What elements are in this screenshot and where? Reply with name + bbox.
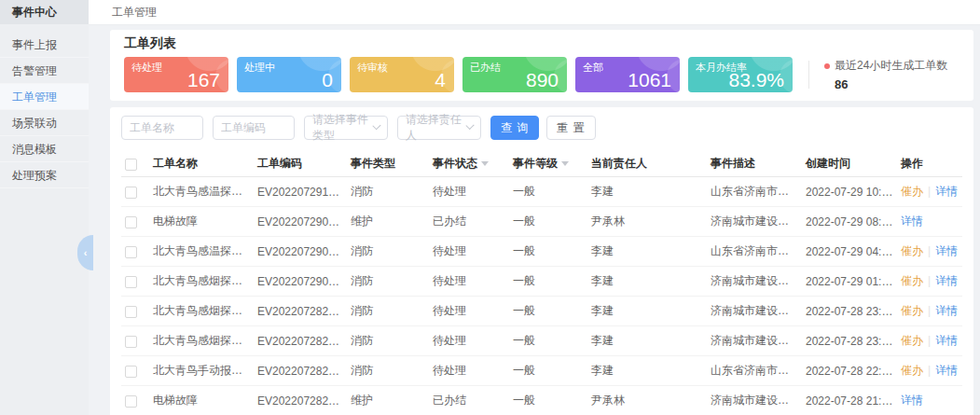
column-header: 创建时间 bbox=[802, 151, 897, 177]
detail-link[interactable]: 详情 bbox=[935, 244, 958, 257]
stat-card-to-review: 待审核4 bbox=[350, 57, 454, 92]
cell-status: 待处理 bbox=[429, 237, 509, 267]
cell-level: 一般 bbox=[509, 356, 587, 386]
cell-status: 待处理 bbox=[429, 297, 509, 326]
cell-type: 消防 bbox=[347, 326, 429, 356]
urge-link[interactable]: 催办 bbox=[901, 244, 923, 257]
table-row: 北大青鸟感温探测器故障EV20220729104130123消防待处理一般李建山… bbox=[121, 177, 962, 207]
header-checkbox-cell bbox=[121, 151, 149, 177]
cell-owner: 尹承林 bbox=[587, 207, 707, 237]
search-button[interactable]: 查 询 bbox=[490, 116, 539, 140]
detail-link[interactable]: 详情 bbox=[901, 214, 923, 228]
cell-type: 消防 bbox=[347, 177, 429, 207]
cell-type: 维护 bbox=[347, 386, 429, 415]
urge-link[interactable]: 催办 bbox=[901, 334, 923, 347]
cell-name: 北大青鸟感烟探测器故障 bbox=[149, 297, 254, 326]
sidebar-item-message-template[interactable]: 消息模板 bbox=[0, 136, 89, 162]
cell-created: 2022-07-28 23:09:08 bbox=[802, 326, 897, 356]
cell-actions: 详情 bbox=[897, 386, 962, 415]
cell-owner: 李建 bbox=[587, 177, 707, 207]
cell-name: 电梯故障 bbox=[149, 207, 254, 237]
cell-created: 2022-07-29 10:41:45 bbox=[802, 177, 897, 207]
cell-name: 北大青鸟感温探测器故障 bbox=[149, 177, 254, 207]
column-header: 事件等级 bbox=[509, 151, 587, 177]
cell-level: 一般 bbox=[509, 297, 587, 326]
sidebar-item-alarm-management[interactable]: 告警管理 bbox=[0, 58, 89, 84]
filter-icon[interactable] bbox=[561, 161, 569, 166]
column-header-label: 工单名称 bbox=[153, 157, 198, 170]
row-checkbox[interactable] bbox=[125, 246, 137, 258]
filter-bar: 请选择事件类型 请选择责任人 查 询 重 置 bbox=[121, 116, 962, 140]
cell-actions: 详情 bbox=[897, 207, 962, 237]
sidebar-item-scene-linkage[interactable]: 场景联动 bbox=[0, 110, 89, 136]
cell-code: EV20220729044522068 bbox=[254, 237, 347, 267]
order-name-input[interactable] bbox=[121, 116, 203, 140]
detail-link[interactable]: 详情 bbox=[935, 304, 958, 317]
action-separator: | bbox=[928, 244, 931, 257]
detail-link[interactable]: 详情 bbox=[935, 364, 958, 377]
owner-select[interactable]: 请选择责任人 bbox=[397, 116, 481, 140]
row-checkbox[interactable] bbox=[125, 395, 137, 408]
table-row: 电梯故障EV20220728210903424维护已办结一般尹承林济南城市建设大… bbox=[121, 386, 962, 415]
sidebar-item-event-report[interactable]: 事件上报 bbox=[0, 32, 89, 58]
row-checkbox-cell bbox=[121, 297, 149, 326]
cell-level: 一般 bbox=[509, 386, 587, 415]
cell-desc: 山东省济南市历下区济南... bbox=[707, 356, 802, 386]
urge-link[interactable]: 催办 bbox=[901, 364, 923, 377]
row-checkbox-cell bbox=[121, 267, 149, 297]
column-header-label: 事件状态 bbox=[433, 157, 477, 170]
stats-divider bbox=[808, 61, 809, 89]
order-code-input[interactable] bbox=[213, 116, 295, 140]
reset-button[interactable]: 重 置 bbox=[546, 116, 595, 140]
owner-select-placeholder: 请选择责任人 bbox=[406, 112, 467, 144]
cell-level: 一般 bbox=[509, 326, 587, 356]
event-type-select[interactable]: 请选择事件类型 bbox=[304, 116, 388, 140]
detail-link[interactable]: 详情 bbox=[935, 334, 958, 347]
column-header: 当前责任人 bbox=[587, 151, 707, 177]
filter-icon[interactable] bbox=[481, 161, 489, 166]
cell-desc: 山东省济南市历下区济南... bbox=[707, 177, 802, 207]
column-header-label: 工单编码 bbox=[257, 157, 302, 170]
table-row: 北大青鸟感烟探测器故障EV20220728235233362消防待处理一般李建济… bbox=[121, 297, 962, 326]
row-checkbox[interactable] bbox=[125, 306, 137, 318]
column-header-label: 事件类型 bbox=[351, 157, 395, 170]
content-area: 工单列表 待处理167处理中0待审核4已办结890全部1061本月办结率83.9… bbox=[89, 25, 980, 415]
row-checkbox[interactable] bbox=[125, 336, 137, 348]
row-checkbox[interactable] bbox=[125, 216, 137, 228]
cell-status: 待处理 bbox=[429, 177, 509, 207]
row-checkbox[interactable] bbox=[125, 276, 137, 288]
cell-level: 一般 bbox=[509, 237, 587, 267]
row-checkbox[interactable] bbox=[125, 366, 137, 378]
detail-link[interactable]: 详情 bbox=[901, 394, 923, 407]
cell-owner: 李建 bbox=[587, 297, 707, 326]
cell-desc: 济南城市建设大厦B3车... bbox=[707, 267, 802, 297]
detail-link[interactable]: 详情 bbox=[935, 185, 958, 198]
table-row: 北大青鸟感烟探测器故障EV20220728230853750消防待处理一般李建济… bbox=[121, 326, 962, 356]
row-checkbox-cell bbox=[121, 237, 149, 267]
select-all-checkbox[interactable] bbox=[125, 159, 137, 171]
row-checkbox[interactable] bbox=[125, 187, 137, 199]
detail-link[interactable]: 详情 bbox=[935, 274, 958, 287]
sidebar-collapse-handle[interactable]: ‹ bbox=[77, 235, 93, 270]
sidebar-item-handling-plan[interactable]: 处理预案 bbox=[0, 162, 89, 188]
cell-created: 2022-07-28 21:09:18 bbox=[802, 386, 897, 415]
cell-desc: 济南城市建设大厦B3车... bbox=[707, 326, 802, 356]
cell-owner: 李建 bbox=[587, 356, 707, 386]
cell-level: 一般 bbox=[509, 177, 587, 207]
urge-link[interactable]: 催办 bbox=[901, 185, 923, 198]
sidebar-item-work-order[interactable]: 工单管理 bbox=[0, 84, 89, 110]
cell-code: EV20220729011706036 bbox=[254, 267, 347, 297]
cell-status: 待处理 bbox=[429, 267, 509, 297]
column-header: 工单编码 bbox=[254, 151, 347, 177]
cell-status: 已办结 bbox=[429, 386, 509, 415]
row-checkbox-cell bbox=[121, 207, 149, 237]
recent-24h-value: 86 bbox=[824, 77, 947, 91]
column-header-label: 创建时间 bbox=[806, 157, 850, 170]
urge-link[interactable]: 催办 bbox=[901, 304, 923, 317]
cell-created: 2022-07-29 04:45:36 bbox=[802, 237, 897, 267]
cell-desc: 济南城市建设大厦B3车... bbox=[707, 297, 802, 326]
recent-24h-stat: 最近24小时生成工单数 86 bbox=[824, 57, 947, 92]
column-header-label: 事件等级 bbox=[513, 157, 558, 170]
cell-desc: 济南城市建设大厦济南城... bbox=[707, 207, 802, 237]
urge-link[interactable]: 催办 bbox=[901, 274, 923, 287]
